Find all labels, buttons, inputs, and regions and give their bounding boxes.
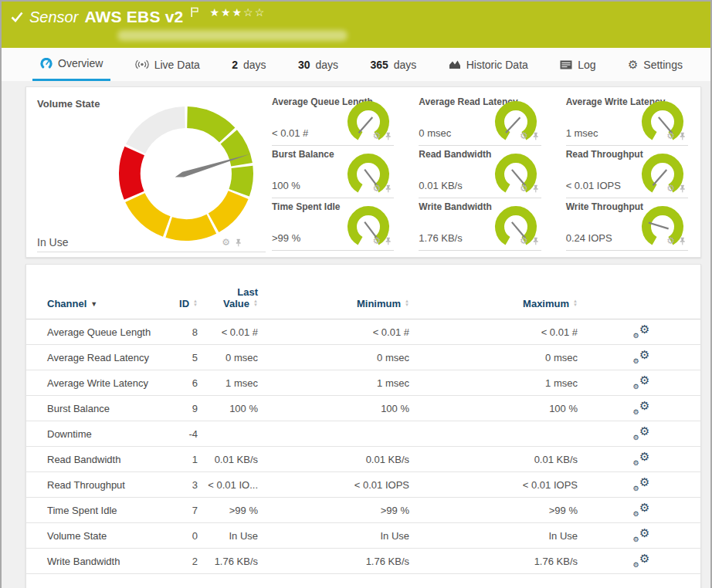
cell-channel: Average Write Latency [26, 370, 159, 396]
pin-icon[interactable] [678, 237, 687, 245]
cell-maximum: 0.01 KB/s [414, 447, 582, 472]
live-icon [135, 59, 149, 69]
cell-maximum: < 0.01 IOPS [414, 472, 582, 498]
cell-actions: ⚙⚙ [582, 396, 700, 421]
gauge-segment [239, 167, 242, 192]
pin-icon[interactable] [678, 132, 687, 140]
cell-last_value: >99 % [202, 498, 263, 523]
cell-last_value: 100 % [202, 396, 263, 421]
cell-minimum: In Use [263, 523, 414, 549]
table-row-average-write-latency: Average Write Latency61 msec1 msec1 msec… [26, 370, 700, 396]
channel-settings-gears-icon[interactable]: ⚙⚙ [633, 400, 650, 414]
cell-last_value: In Use [202, 523, 263, 549]
tab-2-days[interactable]: 2days [224, 48, 273, 81]
cell-channel: Burst Balance [26, 396, 159, 421]
channel-settings-gears-icon[interactable]: ⚙⚙ [633, 553, 650, 567]
cell-actions: ⚙⚙ [582, 523, 700, 549]
column-header-maximum[interactable]: Maximum▲▼ [414, 265, 582, 319]
gear-icon[interactable]: ⚙ [373, 236, 381, 245]
channel-settings-gears-icon[interactable]: ⚙⚙ [633, 350, 650, 363]
channel-settings-gears-icon[interactable]: ⚙⚙ [633, 477, 650, 491]
small-gauges-grid: Average Queue Length< 0.01 #⚙Average Rea… [272, 93, 688, 251]
gear-icon[interactable]: ⚙ [666, 131, 675, 140]
channel-settings-gears-icon[interactable]: ⚙⚙ [633, 528, 650, 542]
cell-channel: Average Read Latency [26, 345, 159, 370]
channel-table-panel: Channel▼ID▲▼LastValue▲▼Minimum▲▼Maximum▲… [25, 264, 701, 588]
gauge-value: >99 % [272, 232, 300, 244]
gauge-value: 1 msec [566, 127, 598, 139]
cell-channel: Write Bandwidth [26, 549, 159, 574]
sensor-header: Sensor AWS EBS v2 ★★★☆☆ [2, 2, 710, 48]
pin-icon[interactable] [531, 132, 540, 140]
tab-settings[interactable]: ⚙Settings [620, 48, 690, 81]
channel-settings-gears-icon[interactable]: ⚙⚙ [633, 324, 650, 338]
cell-minimum [263, 421, 414, 447]
flag-icon[interactable] [191, 6, 198, 20]
gauge-cell-average-read-latency: Average Read Latency0 msec⚙ [419, 93, 541, 146]
gear-icon[interactable]: ⚙ [373, 184, 381, 193]
gauge-value: 0.24 IOPS [566, 232, 612, 244]
channel-settings-gears-icon[interactable]: ⚙⚙ [633, 375, 650, 389]
sensor-kind-label: Sensor [29, 8, 78, 26]
pin-icon[interactable] [384, 184, 392, 193]
priority-stars[interactable]: ★★★☆☆ [209, 6, 266, 19]
gauge-segment [188, 117, 228, 135]
column-header-last_value[interactable]: LastValue▲▼ [202, 265, 263, 319]
cell-maximum: >99 % [414, 498, 582, 523]
channel-settings-gears-icon[interactable]: ⚙⚙ [633, 426, 650, 440]
cell-channel: Volume State [26, 523, 159, 549]
column-header-id[interactable]: ID▲▼ [159, 265, 202, 319]
pin-icon[interactable] [234, 238, 242, 247]
pin-icon[interactable] [678, 184, 687, 193]
gear-icon[interactable]: ⚙ [666, 184, 675, 193]
gear-icon[interactable]: ⚙ [373, 131, 381, 140]
tab-overview[interactable]: Overview [32, 48, 110, 81]
tab-30-days[interactable]: 30days [290, 48, 346, 81]
column-header-channel[interactable]: Channel▼ [26, 265, 159, 319]
cell-actions: ⚙⚙ [582, 370, 700, 396]
pin-icon[interactable] [384, 132, 392, 140]
pin-icon[interactable] [531, 237, 540, 245]
tab-live-data[interactable]: Live Data [127, 48, 208, 81]
table-row-downtime: Downtime-4⚙⚙ [26, 421, 700, 447]
cell-last_value [202, 421, 263, 447]
tab-365-days[interactable]: 365days [362, 48, 424, 81]
cell-channel: Read Throughput [26, 472, 159, 498]
pin-icon[interactable] [531, 184, 540, 193]
table-row-read-throughput: Read Throughput3< 0.01 IO...< 0.01 IOPS<… [26, 472, 700, 498]
channel-settings-gears-icon[interactable]: ⚙⚙ [633, 451, 650, 465]
gauge-segment [130, 151, 134, 196]
gear-icon[interactable]: ⚙ [520, 184, 528, 193]
pin-icon[interactable] [384, 237, 392, 245]
sort-icon: ▲▼ [253, 299, 258, 307]
table-row-write-bandwidth: Write Bandwidth21.76 KB/s1.76 KB/s1.76 K… [26, 549, 700, 574]
gauge-cell-average-queue-length: Average Queue Length< 0.01 #⚙ [272, 93, 394, 146]
cell-actions: ⚙⚙ [582, 447, 700, 472]
cell-actions: ⚙⚙ [582, 345, 700, 370]
cell-maximum: In Use [414, 523, 582, 549]
tab-label: Overview [58, 57, 103, 69]
gear-icon[interactable]: ⚙ [666, 236, 675, 245]
cell-actions: ⚙⚙ [582, 549, 700, 574]
cell-minimum: 0.01 KB/s [263, 447, 414, 472]
cell-last_value: 1 msec [202, 370, 263, 396]
gauge-cell-average-write-latency: Average Write Latency1 msec⚙ [566, 93, 688, 146]
cell-id: 9 [159, 396, 202, 421]
tab-historic-data[interactable]: Historic Data [441, 48, 536, 81]
tab-log[interactable]: Log [552, 48, 603, 81]
sort-icon: ▲▼ [573, 299, 578, 307]
tab-label: days [243, 59, 266, 71]
cell-id: 6 [159, 370, 202, 396]
cell-channel: Time Spent Idle [26, 498, 159, 523]
gauge-cell-write-throughput: Write Throughput0.24 IOPS⚙ [566, 198, 688, 251]
redacted-sensor-id [117, 30, 348, 41]
table-row-average-read-latency: Average Read Latency50 msec0 msec0 msec⚙… [26, 345, 700, 370]
chart-icon [449, 60, 461, 69]
table-row-burst-balance: Burst Balance9100 %100 %100 %⚙⚙ [26, 396, 700, 421]
gear-icon[interactable]: ⚙ [520, 236, 528, 245]
channel-settings-gears-icon[interactable]: ⚙⚙ [633, 502, 650, 516]
gear-icon[interactable]: ⚙ [520, 131, 528, 140]
gear-icon[interactable]: ⚙ [222, 238, 230, 247]
column-header-minimum[interactable]: Minimum▲▼ [263, 265, 414, 319]
gauge-value: 100 % [272, 180, 300, 191]
